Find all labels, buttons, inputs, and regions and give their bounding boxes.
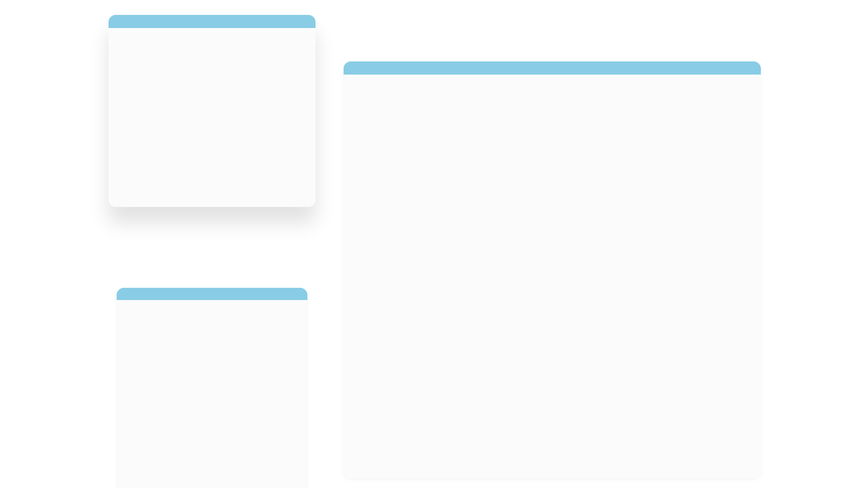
card-header-bar[interactable] <box>344 61 761 75</box>
card-header-bar[interactable] <box>117 288 307 300</box>
card-panel-top-left[interactable] <box>108 15 316 207</box>
card-panel-bottom-left[interactable] <box>117 288 307 488</box>
card-panel-right[interactable] <box>344 61 761 479</box>
canvas <box>0 0 868 488</box>
card-header-bar[interactable] <box>108 15 316 28</box>
